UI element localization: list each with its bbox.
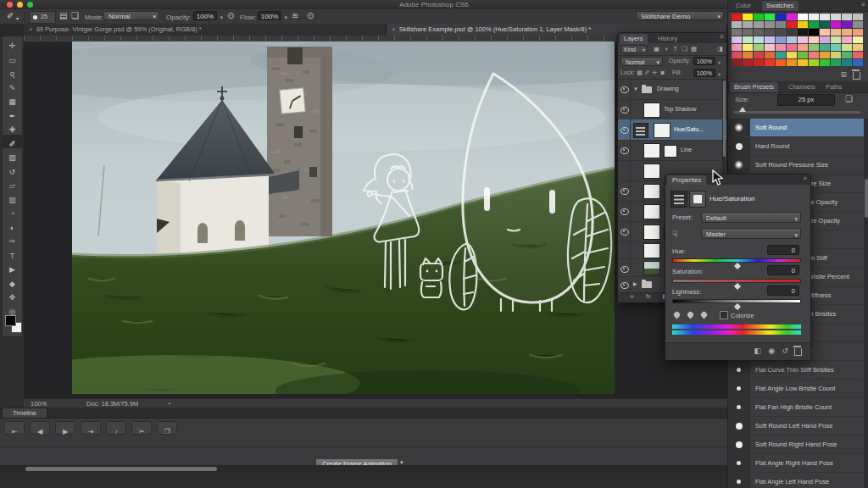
color-swatch[interactable] xyxy=(842,14,852,20)
tab-color[interactable]: Color xyxy=(732,1,755,11)
color-swatch[interactable] xyxy=(776,36,786,43)
shape-tool[interactable]: ◆ xyxy=(3,274,22,289)
eye-icon[interactable] xyxy=(620,147,629,154)
targeted-adjustment-icon[interactable]: ☟ xyxy=(672,228,684,240)
color-swatch[interactable] xyxy=(820,29,830,36)
layer-fill-value[interactable]: 100% xyxy=(693,69,715,77)
layer-thumbnail[interactable] xyxy=(643,143,660,158)
lock-transparency-icon[interactable]: ▩ xyxy=(636,67,643,79)
eyedropper-subtract-icon[interactable] xyxy=(700,311,709,319)
brush-preset-row[interactable]: Flat Curve Thin Stiff Bristles xyxy=(728,361,864,380)
color-swatch[interactable] xyxy=(754,36,764,43)
split-clip-button[interactable]: ✂ xyxy=(131,421,152,435)
color-swatch[interactable] xyxy=(743,36,753,43)
document-tab-vintgar[interactable]: ×89 Purpose- Vintgar Gorge.psd @ 59% (Or… xyxy=(24,24,387,36)
lasso-tool[interactable]: ɋ xyxy=(3,64,22,79)
layer-thumbnail[interactable] xyxy=(643,225,660,240)
close-icon[interactable]: × xyxy=(29,25,33,33)
color-swatch[interactable] xyxy=(798,21,808,28)
layer-thumbnail[interactable] xyxy=(643,164,660,179)
color-swatch[interactable] xyxy=(820,14,830,20)
eye-icon[interactable] xyxy=(620,229,629,236)
expand-triangle-icon[interactable]: ▼ xyxy=(633,79,638,99)
color-swatch[interactable] xyxy=(765,36,775,43)
brush-preset-row[interactable]: Flat Angle Right Hand Pose xyxy=(728,454,864,473)
color-swatch[interactable] xyxy=(754,52,764,58)
dodge-tool[interactable]: ◐ xyxy=(3,219,22,233)
layer-thumbnail[interactable] xyxy=(643,243,660,258)
first-frame-button[interactable]: ⇤ xyxy=(4,421,25,435)
saturation-slider-thumb[interactable] xyxy=(732,281,742,291)
eye-icon[interactable] xyxy=(620,282,629,289)
color-swatch[interactable] xyxy=(831,52,841,58)
color-swatch[interactable] xyxy=(765,44,775,51)
history-brush-tool[interactable]: ↺ xyxy=(3,163,22,177)
play-button[interactable]: ▶ xyxy=(55,421,75,435)
eye-icon[interactable] xyxy=(620,208,629,215)
foreground-color-chip[interactable] xyxy=(5,315,16,326)
tab-channels[interactable]: Channels xyxy=(784,82,820,92)
pressure-opacity-icon[interactable]: ⊙ xyxy=(227,12,234,20)
color-swatch[interactable] xyxy=(809,14,819,20)
color-swatch[interactable] xyxy=(820,21,830,28)
clone-stamp-tool[interactable]: ▨ xyxy=(3,148,22,163)
color-swatch[interactable] xyxy=(798,59,808,66)
preset-dropdown[interactable]: Default xyxy=(701,212,801,223)
eye-icon[interactable] xyxy=(620,266,629,273)
pressure-size-icon[interactable]: ⊙ xyxy=(307,12,314,20)
tab-properties[interactable]: Properties xyxy=(667,175,706,185)
filter-smart-objects-icon[interactable]: ▦ xyxy=(689,43,698,55)
color-swatch[interactable] xyxy=(776,59,786,66)
brush-preview-icon[interactable]: ❏ xyxy=(845,94,853,103)
layer-line[interactable]: Line xyxy=(618,140,726,161)
color-swatch[interactable] xyxy=(732,14,742,20)
layer-blend-mode-dropdown[interactable]: Normal xyxy=(620,57,663,66)
link-layers-icon[interactable]: ∞ xyxy=(624,293,634,299)
hue-slider-thumb[interactable] xyxy=(732,261,742,270)
color-swatch[interactable] xyxy=(853,29,863,36)
path-selection-tool[interactable]: ▶ xyxy=(3,260,22,274)
collapse-panel-icon[interactable]: « xyxy=(804,175,807,181)
layer-mask-thumbnail[interactable] xyxy=(664,145,677,158)
color-swatch[interactable] xyxy=(809,36,819,43)
panel-menu-icon[interactable]: ≡ xyxy=(861,1,865,8)
lightness-value[interactable]: 0 xyxy=(767,286,799,296)
blend-mode-dropdown[interactable]: Normal xyxy=(103,11,159,20)
brush-preset-picker[interactable]: 25 xyxy=(29,11,56,24)
close-icon[interactable]: × xyxy=(392,25,396,33)
channel-dropdown[interactable]: Master xyxy=(701,228,801,239)
color-swatch[interactable] xyxy=(853,59,863,66)
color-swatch[interactable] xyxy=(732,36,742,43)
filter-type-layers-icon[interactable]: T xyxy=(670,43,680,55)
color-swatch[interactable] xyxy=(732,21,742,28)
filter-pixel-layers-icon[interactable]: ▣ xyxy=(652,43,661,55)
filter-kind-dropdown[interactable]: Kind xyxy=(620,45,648,53)
color-swatch[interactable] xyxy=(765,14,775,20)
layer-thumbnail[interactable] xyxy=(643,103,660,118)
color-swatch[interactable] xyxy=(798,14,808,20)
status-expand-icon[interactable]: ‣ xyxy=(168,400,171,408)
color-swatch[interactable] xyxy=(743,44,753,51)
color-swatch[interactable] xyxy=(732,44,742,51)
color-swatch[interactable] xyxy=(754,29,764,36)
document-image[interactable] xyxy=(72,42,615,394)
type-tool[interactable]: T xyxy=(3,247,22,261)
brush-preset-row[interactable]: Soft Round xyxy=(728,119,864,137)
brush-tool[interactable]: ✐ xyxy=(3,135,22,149)
color-swatch[interactable] xyxy=(754,14,764,20)
brush-preset-row[interactable]: Flat Angle Left Hand Pose xyxy=(728,473,864,488)
eye-icon[interactable] xyxy=(620,188,629,195)
eyedropper-add-icon[interactable] xyxy=(687,311,695,319)
brush-preset-row[interactable]: Flat Fan High Bristle Count xyxy=(728,398,864,417)
filter-toggle-icon[interactable]: ◨ xyxy=(717,43,723,55)
quick-selection-tool[interactable]: ✎ xyxy=(3,79,22,93)
folder-icon[interactable]: ❏ xyxy=(71,12,79,20)
color-swatch[interactable] xyxy=(732,59,742,66)
duplicate-frame-button[interactable]: ❐ xyxy=(157,421,177,435)
color-swatch[interactable] xyxy=(765,29,775,36)
airbrush-icon[interactable]: ≋ xyxy=(292,12,298,20)
brush-preset-row[interactable]: Flat Angle Low Bristle Count xyxy=(728,380,864,398)
color-swatch[interactable] xyxy=(809,59,819,66)
delete-swatch-icon[interactable] xyxy=(853,72,860,80)
brush-preset-row[interactable]: Soft Round Right Hand Pose xyxy=(728,435,864,454)
